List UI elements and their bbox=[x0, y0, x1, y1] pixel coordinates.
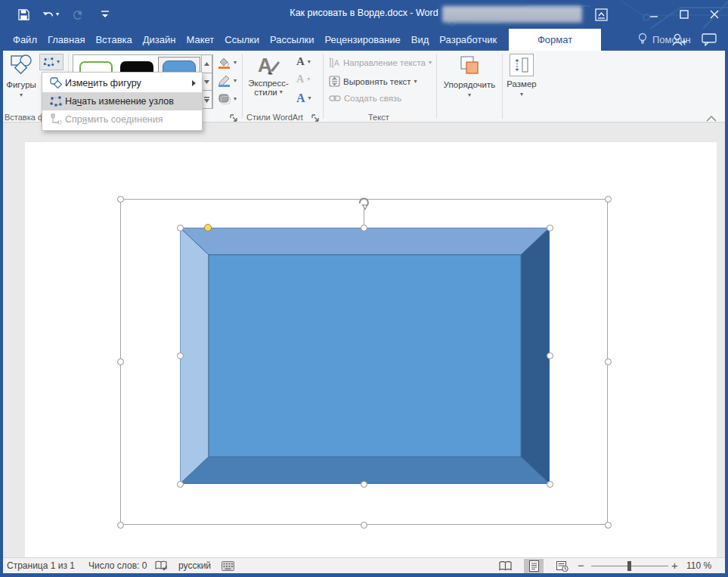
selection-handle-outer-top-left[interactable] bbox=[117, 196, 124, 203]
window-border-bottom bbox=[0, 573, 728, 577]
share-person-icon[interactable] bbox=[671, 33, 686, 49]
tab-developer[interactable]: Разработчик bbox=[434, 29, 502, 51]
quick-styles-button[interactable]: А Экспресс- стили▾ bbox=[246, 54, 290, 97]
minimize-button[interactable] bbox=[641, 4, 667, 25]
shapes-icon bbox=[10, 54, 33, 76]
selection-handle-outer-top-right[interactable] bbox=[605, 196, 612, 203]
word-window: ▾ Как рисовать в Ворде.docx - Word Файл bbox=[0, 0, 728, 577]
wordart-dialog-launcher[interactable] bbox=[311, 112, 321, 121]
shape-fill-icon bbox=[218, 57, 231, 69]
align-text-button[interactable]: Выровнять текст▾ bbox=[329, 76, 417, 87]
create-link-button[interactable]: Создать связь bbox=[329, 94, 401, 103]
account-name-blurred[interactable] bbox=[442, 6, 582, 23]
shape-fill-button[interactable]: ▾ bbox=[218, 57, 237, 69]
window-border-left bbox=[0, 51, 3, 577]
zoom-in-button[interactable]: + bbox=[671, 558, 678, 573]
edit-shape-dropdown-menu: Изменить фигуру Начать изменение узлов С… bbox=[42, 72, 203, 131]
word-count[interactable]: Число слов: 0 bbox=[88, 558, 147, 573]
shape-effects-icon bbox=[218, 93, 231, 104]
tab-references[interactable]: Ссылки bbox=[219, 29, 265, 51]
gallery-up-button[interactable] bbox=[201, 54, 212, 73]
ribbon-tab-bar: Файл Главная Вставка Дизайн Макет Ссылки… bbox=[0, 29, 728, 51]
shape-handle-mid-right[interactable] bbox=[547, 352, 553, 359]
text-direction-icon: А bbox=[329, 57, 340, 68]
edit-points-icon bbox=[47, 95, 65, 107]
zoom-level[interactable]: 110 % bbox=[686, 558, 711, 573]
group-label-text: Текст bbox=[368, 113, 389, 122]
rotation-handle[interactable] bbox=[356, 195, 371, 213]
submenu-arrow-icon bbox=[192, 80, 196, 86]
shape-handle-top-right[interactable] bbox=[547, 225, 553, 231]
change-shape-icon bbox=[47, 77, 65, 89]
tab-review[interactable]: Рецензирование bbox=[319, 29, 405, 51]
menu-item-reroute-connectors: Спрямить соединения bbox=[42, 110, 202, 129]
tab-home[interactable]: Главная bbox=[42, 29, 90, 51]
title-bar: ▾ Как рисовать в Ворде.docx - Word bbox=[0, 0, 728, 29]
arrange-button[interactable]: Упорядочить ▾ bbox=[440, 54, 499, 98]
selection-handle-outer-mid-left[interactable] bbox=[117, 358, 124, 365]
comments-icon[interactable] bbox=[702, 33, 717, 49]
selection-handle-outer-bottom-left[interactable] bbox=[117, 522, 124, 529]
gallery-down-button[interactable] bbox=[201, 73, 212, 92]
arrange-icon bbox=[458, 54, 481, 76]
text-fill-button[interactable]: А▾ bbox=[296, 55, 311, 68]
gallery-more-button[interactable] bbox=[201, 91, 212, 109]
shape-styles-dialog-launcher[interactable] bbox=[230, 112, 239, 121]
shape-adjust-handle-yellow[interactable] bbox=[204, 224, 212, 231]
menu-item-edit-points[interactable]: Начать изменение узлов bbox=[42, 92, 202, 110]
group-label-wordart: Стили WordArt bbox=[246, 113, 303, 122]
tab-design[interactable]: Дизайн bbox=[138, 29, 181, 51]
svg-text:А: А bbox=[334, 59, 339, 67]
web-layout-button[interactable] bbox=[553, 559, 572, 573]
selection-handle-outer-mid-bottom[interactable] bbox=[361, 522, 367, 529]
zoom-out-button[interactable]: − bbox=[578, 558, 584, 573]
language-indicator[interactable]: русский bbox=[178, 558, 211, 573]
read-mode-button[interactable] bbox=[495, 559, 515, 573]
shape-effects-button[interactable]: ▾ bbox=[218, 93, 237, 104]
status-bar: Страница 1 из 1 Число слов: 0 русский − … bbox=[0, 557, 728, 573]
text-outline-button[interactable]: А▾ bbox=[296, 73, 310, 85]
frame-shape[interactable] bbox=[180, 228, 550, 484]
print-layout-button[interactable] bbox=[524, 559, 544, 573]
shape-handle-bottom-right[interactable] bbox=[547, 481, 553, 488]
menu-item-change-shape[interactable]: Изменить фигуру bbox=[42, 74, 202, 92]
text-direction-button[interactable]: А Направление текста▾ bbox=[329, 57, 432, 68]
tab-file[interactable]: Файл bbox=[8, 29, 42, 51]
window-border-right bbox=[725, 51, 728, 577]
text-effects-button[interactable]: А▾ bbox=[296, 92, 311, 105]
reroute-connectors-icon bbox=[47, 113, 65, 126]
shape-handle-bottom-left[interactable] bbox=[177, 481, 184, 488]
tab-view[interactable]: Вид bbox=[406, 29, 435, 51]
size-icon bbox=[513, 56, 530, 74]
shape-handle-mid-left[interactable] bbox=[177, 352, 184, 359]
wordart-quick-styles-icon: А bbox=[256, 54, 281, 76]
window-title: Как рисовать в Ворде.docx - Word bbox=[0, 8, 728, 18]
tab-insert[interactable]: Вставка bbox=[90, 29, 137, 51]
maximize-button[interactable] bbox=[671, 4, 697, 25]
shape-handle-top-left[interactable] bbox=[177, 225, 184, 231]
shape-handle-bottom-mid[interactable] bbox=[361, 481, 367, 488]
selection-handle-outer-bottom-right[interactable] bbox=[605, 522, 612, 529]
selection-handle-outer-mid-right[interactable] bbox=[605, 358, 612, 365]
page-indicator[interactable]: Страница 1 из 1 bbox=[7, 558, 75, 573]
create-link-icon bbox=[329, 94, 341, 103]
tab-format-active[interactable]: Формат bbox=[509, 29, 601, 51]
close-button[interactable] bbox=[702, 4, 727, 25]
lightbulb-icon bbox=[637, 33, 648, 47]
gallery-scroll-buttons bbox=[201, 54, 212, 109]
size-button[interactable]: Размер ▾ bbox=[505, 54, 538, 98]
edit-shape-icon bbox=[43, 57, 54, 67]
shape-handle-top-mid[interactable] bbox=[361, 225, 367, 231]
shape-outline-button[interactable]: ▾ bbox=[218, 75, 237, 87]
shapes-button[interactable]: Фигуры ▾ bbox=[5, 54, 38, 98]
ribbon-display-options-button[interactable] bbox=[588, 4, 614, 25]
document-area bbox=[0, 123, 728, 557]
align-text-icon bbox=[329, 76, 340, 87]
shape-outline-icon bbox=[218, 75, 231, 87]
tab-layout[interactable]: Макет bbox=[181, 29, 219, 51]
edit-shape-button[interactable]: ▾ bbox=[39, 54, 64, 70]
tab-mailings[interactable]: Рассылки bbox=[265, 29, 319, 51]
zoom-slider-handle[interactable] bbox=[627, 561, 631, 571]
